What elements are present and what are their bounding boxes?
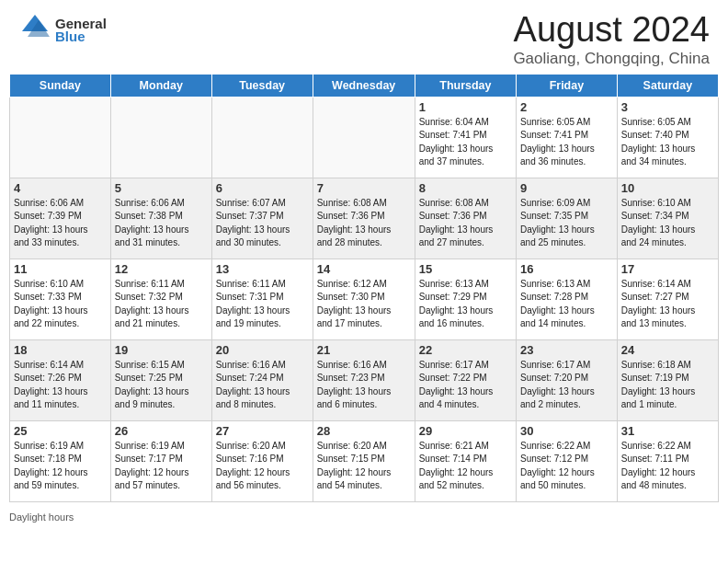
cell-info: Sunrise: 6:09 AMSunset: 7:35 PMDaylight:… (520, 197, 613, 250)
calendar-cell: 26Sunrise: 6:19 AMSunset: 7:17 PMDayligh… (110, 420, 211, 501)
calendar-week-2: 4Sunrise: 6:06 AMSunset: 7:39 PMDaylight… (10, 178, 719, 259)
calendar-cell: 1Sunrise: 6:04 AMSunset: 7:41 PMDaylight… (415, 97, 516, 178)
logo-icon (18, 11, 51, 44)
calendar-cell: 13Sunrise: 6:11 AMSunset: 7:31 PMDayligh… (211, 259, 313, 339)
day-header-monday: Monday (110, 74, 211, 97)
cell-info: Sunrise: 6:14 AMSunset: 7:27 PMDaylight:… (621, 278, 714, 331)
calendar-cell (211, 97, 313, 178)
date-number: 20 (216, 343, 309, 357)
calendar-cell: 23Sunrise: 6:17 AMSunset: 7:20 PMDayligh… (517, 339, 618, 420)
cell-info: Sunrise: 6:16 AMSunset: 7:23 PMDaylight:… (317, 359, 411, 412)
cell-info: Sunrise: 6:08 AMSunset: 7:36 PMDaylight:… (419, 197, 512, 250)
calendar-cell: 30Sunrise: 6:22 AMSunset: 7:12 PMDayligh… (517, 420, 618, 501)
cell-info: Sunrise: 6:16 AMSunset: 7:24 PMDaylight:… (216, 359, 309, 412)
calendar-subtitle: Gaoliang, Chongqing, China (513, 50, 710, 68)
cell-info: Sunrise: 6:15 AMSunset: 7:25 PMDaylight:… (115, 359, 208, 412)
calendar-table: SundayMondayTuesdayWednesdayThursdayFrid… (9, 74, 719, 502)
calendar-cell: 7Sunrise: 6:08 AMSunset: 7:36 PMDaylight… (313, 178, 415, 259)
date-number: 26 (115, 424, 208, 438)
cell-info: Sunrise: 6:08 AMSunset: 7:36 PMDaylight:… (317, 197, 411, 250)
logo: General Blue (18, 11, 107, 48)
calendar-cell: 5Sunrise: 6:06 AMSunset: 7:38 PMDaylight… (110, 178, 211, 259)
date-number: 8 (419, 181, 512, 195)
date-number: 5 (115, 181, 208, 195)
cell-info: Sunrise: 6:06 AMSunset: 7:38 PMDaylight:… (115, 197, 208, 250)
day-header-wednesday: Wednesday (313, 74, 415, 97)
calendar-cell: 9Sunrise: 6:09 AMSunset: 7:35 PMDaylight… (517, 178, 618, 259)
calendar-cell: 6Sunrise: 6:07 AMSunset: 7:37 PMDaylight… (211, 178, 313, 259)
calendar-cell: 27Sunrise: 6:20 AMSunset: 7:16 PMDayligh… (211, 420, 313, 501)
calendar-cell (10, 97, 111, 178)
date-number: 19 (115, 343, 208, 357)
calendar-cell: 28Sunrise: 6:20 AMSunset: 7:15 PMDayligh… (313, 420, 415, 501)
cell-info: Sunrise: 6:21 AMSunset: 7:14 PMDaylight:… (419, 440, 512, 493)
date-number: 4 (14, 181, 107, 195)
calendar-cell: 2Sunrise: 6:05 AMSunset: 7:41 PMDaylight… (517, 97, 618, 178)
date-number: 30 (520, 424, 613, 438)
calendar-week-5: 25Sunrise: 6:19 AMSunset: 7:18 PMDayligh… (10, 420, 719, 501)
cell-info: Sunrise: 6:12 AMSunset: 7:30 PMDaylight:… (317, 278, 411, 331)
calendar-cell: 24Sunrise: 6:18 AMSunset: 7:19 PMDayligh… (617, 339, 718, 420)
cell-info: Sunrise: 6:13 AMSunset: 7:29 PMDaylight:… (419, 278, 512, 331)
cell-info: Sunrise: 6:22 AMSunset: 7:11 PMDaylight:… (621, 440, 714, 493)
cell-info: Sunrise: 6:18 AMSunset: 7:19 PMDaylight:… (621, 359, 714, 412)
date-number: 17 (621, 262, 714, 276)
calendar-cell (313, 97, 415, 178)
calendar-cell: 20Sunrise: 6:16 AMSunset: 7:24 PMDayligh… (211, 339, 313, 420)
cell-info: Sunrise: 6:22 AMSunset: 7:12 PMDaylight:… (520, 440, 613, 493)
date-number: 28 (317, 424, 411, 438)
page-header: General Blue August 2024 Gaoliang, Chong… (0, 0, 728, 74)
day-header-friday: Friday (517, 74, 618, 97)
calendar-cell: 12Sunrise: 6:11 AMSunset: 7:32 PMDayligh… (110, 259, 211, 339)
date-number: 10 (621, 181, 714, 195)
calendar-body: 1Sunrise: 6:04 AMSunset: 7:41 PMDaylight… (10, 97, 719, 501)
calendar-cell (110, 97, 211, 178)
cell-info: Sunrise: 6:14 AMSunset: 7:26 PMDaylight:… (14, 359, 107, 412)
date-number: 3 (621, 100, 714, 114)
date-number: 6 (216, 181, 309, 195)
cell-info: Sunrise: 6:06 AMSunset: 7:39 PMDaylight:… (14, 197, 107, 250)
calendar-cell: 16Sunrise: 6:13 AMSunset: 7:28 PMDayligh… (517, 259, 618, 339)
calendar-cell: 19Sunrise: 6:15 AMSunset: 7:25 PMDayligh… (110, 339, 211, 420)
title-block: August 2024 Gaoliang, Chongqing, China (513, 11, 710, 68)
cell-info: Sunrise: 6:04 AMSunset: 7:41 PMDaylight:… (419, 116, 512, 169)
day-header-saturday: Saturday (617, 74, 718, 97)
calendar-week-4: 18Sunrise: 6:14 AMSunset: 7:26 PMDayligh… (10, 339, 719, 420)
date-number: 7 (317, 181, 411, 195)
date-number: 23 (520, 343, 613, 357)
day-header-sunday: Sunday (10, 74, 111, 97)
calendar-cell: 31Sunrise: 6:22 AMSunset: 7:11 PMDayligh… (617, 420, 718, 501)
cell-info: Sunrise: 6:07 AMSunset: 7:37 PMDaylight:… (216, 197, 309, 250)
calendar-wrapper: SundayMondayTuesdayWednesdayThursdayFrid… (0, 74, 728, 508)
calendar-week-1: 1Sunrise: 6:04 AMSunset: 7:41 PMDaylight… (10, 97, 719, 178)
calendar-cell: 21Sunrise: 6:16 AMSunset: 7:23 PMDayligh… (313, 339, 415, 420)
date-number: 31 (621, 424, 714, 438)
date-number: 21 (317, 343, 411, 357)
calendar-cell: 18Sunrise: 6:14 AMSunset: 7:26 PMDayligh… (10, 339, 111, 420)
calendar-title: August 2024 (513, 11, 710, 50)
calendar-cell: 17Sunrise: 6:14 AMSunset: 7:27 PMDayligh… (617, 259, 718, 339)
calendar-cell: 8Sunrise: 6:08 AMSunset: 7:36 PMDaylight… (415, 178, 516, 259)
date-number: 2 (520, 100, 613, 114)
calendar-header: SundayMondayTuesdayWednesdayThursdayFrid… (10, 74, 719, 97)
calendar-cell: 11Sunrise: 6:10 AMSunset: 7:33 PMDayligh… (10, 259, 111, 339)
calendar-cell: 29Sunrise: 6:21 AMSunset: 7:14 PMDayligh… (415, 420, 516, 501)
cell-info: Sunrise: 6:05 AMSunset: 7:40 PMDaylight:… (621, 116, 714, 169)
date-number: 25 (14, 424, 107, 438)
cell-info: Sunrise: 6:10 AMSunset: 7:33 PMDaylight:… (14, 278, 107, 331)
cell-info: Sunrise: 6:20 AMSunset: 7:15 PMDaylight:… (317, 440, 411, 493)
date-number: 16 (520, 262, 613, 276)
calendar-cell: 15Sunrise: 6:13 AMSunset: 7:29 PMDayligh… (415, 259, 516, 339)
cell-info: Sunrise: 6:20 AMSunset: 7:16 PMDaylight:… (216, 440, 309, 493)
cell-info: Sunrise: 6:05 AMSunset: 7:41 PMDaylight:… (520, 116, 613, 169)
footer: Daylight hours (0, 508, 728, 524)
cell-info: Sunrise: 6:17 AMSunset: 7:20 PMDaylight:… (520, 359, 613, 412)
calendar-cell: 3Sunrise: 6:05 AMSunset: 7:40 PMDaylight… (617, 97, 718, 178)
day-header-thursday: Thursday (415, 74, 516, 97)
date-number: 11 (14, 262, 107, 276)
date-number: 14 (317, 262, 411, 276)
date-number: 15 (419, 262, 512, 276)
calendar-cell: 10Sunrise: 6:10 AMSunset: 7:34 PMDayligh… (617, 178, 718, 259)
cell-info: Sunrise: 6:11 AMSunset: 7:32 PMDaylight:… (115, 278, 208, 331)
calendar-week-3: 11Sunrise: 6:10 AMSunset: 7:33 PMDayligh… (10, 259, 719, 339)
